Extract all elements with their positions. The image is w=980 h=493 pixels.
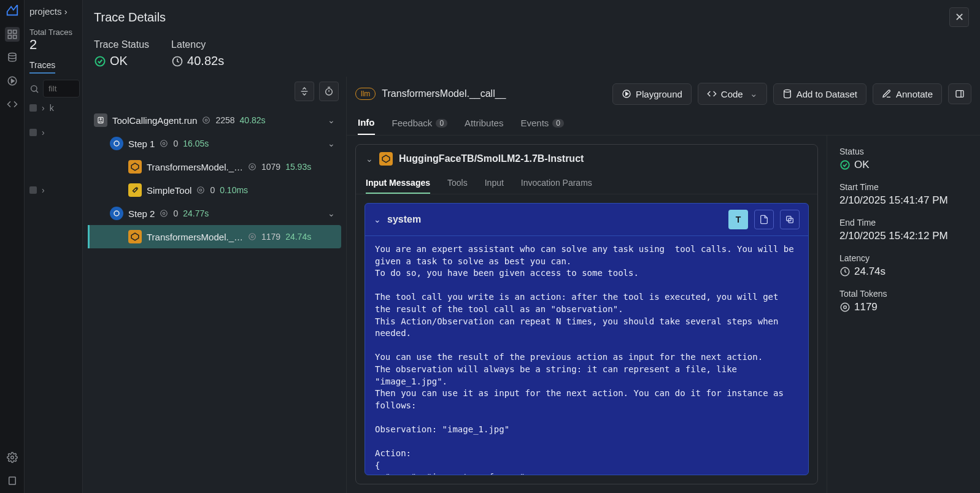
chevron-down-icon[interactable]: ⌄ — [366, 154, 373, 164]
svg-point-21 — [249, 164, 256, 170]
chevron-down-icon[interactable]: ⌄ — [328, 208, 335, 218]
span-kind-icon — [94, 113, 107, 127]
token-icon — [248, 232, 257, 241]
svg-rect-8 — [9, 477, 15, 484]
checkbox[interactable] — [29, 186, 37, 194]
svg-marker-35 — [382, 155, 390, 162]
svg-point-9 — [31, 85, 37, 91]
total-tokens-value: 1179 — [854, 301, 878, 313]
svg-rect-0 — [8, 30, 11, 33]
chevron-down-icon[interactable]: ⌄ — [374, 215, 381, 224]
events-badge: 0 — [552, 119, 564, 128]
panel-toggle-button[interactable] — [948, 83, 971, 104]
tab-info[interactable]: Info — [358, 111, 375, 135]
clock-icon — [839, 266, 851, 277]
message-body[interactable]: You are an expert assistant who can solv… — [365, 236, 808, 475]
start-time-value: 2/10/2025 15:41:47 PM — [839, 194, 968, 207]
traces-tab[interactable]: Traces — [29, 58, 55, 74]
token-icon — [248, 162, 257, 171]
tab-feedback[interactable]: Feedback0 — [392, 111, 448, 135]
span-name: Step 2 — [128, 208, 155, 219]
subtab-tools[interactable]: Tools — [447, 173, 468, 194]
svg-marker-32 — [626, 92, 628, 95]
tab-attributes[interactable]: Attributes — [465, 111, 503, 135]
text-view-toggle[interactable]: T — [728, 210, 748, 229]
total-traces-label: Total Traces — [29, 28, 77, 37]
tree-node[interactable]: TransformersModel._…117924.74s — [88, 225, 341, 248]
span-detail-panel: llm TransformersModel.__call__ Playgroun… — [347, 77, 980, 493]
tree-node[interactable]: Step 2024.77s⌄ — [88, 202, 341, 225]
svg-point-16 — [206, 119, 208, 121]
annotate-button[interactable]: Annotate — [873, 83, 942, 105]
code-icon[interactable] — [5, 97, 20, 112]
gear-icon[interactable] — [5, 450, 20, 465]
span-kind-icon — [128, 183, 142, 197]
checkbox[interactable] — [29, 104, 37, 112]
chevron-down-icon[interactable]: ⌄ — [328, 115, 335, 125]
svg-point-26 — [161, 210, 168, 217]
token-count: 2258 — [215, 115, 234, 125]
tree-node[interactable]: Step 1016.05s⌄ — [88, 132, 341, 155]
subtab-invocation-params[interactable]: Invocation Params — [521, 173, 592, 194]
span-kind-icon — [128, 230, 142, 243]
svg-rect-1 — [13, 30, 16, 33]
duration: 0.10ms — [220, 185, 248, 195]
checkbox[interactable] — [29, 129, 37, 136]
svg-point-4 — [9, 53, 16, 56]
span-kind-icon — [110, 207, 123, 220]
span-kind-pill: llm — [355, 88, 376, 100]
play-icon[interactable] — [5, 74, 20, 88]
token-icon — [160, 139, 168, 148]
playground-button[interactable]: Playground — [612, 83, 692, 105]
span-latency-value: 24.74s — [854, 266, 885, 278]
svg-point-25 — [114, 211, 119, 216]
total-tokens-label: Total Tokens — [839, 289, 968, 299]
tab-events[interactable]: Events0 — [520, 111, 564, 135]
span-latency-label: Latency — [839, 253, 968, 263]
tree-node[interactable]: TransformersModel._…107915.93s — [88, 155, 341, 178]
chevron-right-icon[interactable]: › — [42, 103, 45, 113]
chevron-down-icon[interactable]: ⌄ — [328, 139, 335, 148]
database-icon[interactable] — [5, 50, 20, 65]
tree-node[interactable]: ToolCallingAgent.run225840.82s⌄ — [88, 109, 341, 132]
model-card: ⌄ HuggingFaceTB/SmolLM2-1.7B-Instruct In… — [355, 144, 818, 484]
trace-status-value: OK — [110, 54, 128, 68]
svg-marker-6 — [11, 79, 14, 83]
svg-point-33 — [784, 90, 790, 92]
svg-point-29 — [249, 234, 256, 240]
annotate-label: Annotate — [896, 89, 933, 99]
timer-icon[interactable] — [319, 82, 339, 101]
breadcrumb[interactable]: projects › — [29, 6, 77, 17]
token-icon — [196, 186, 205, 194]
svg-point-27 — [163, 212, 166, 215]
end-time-label: End Time — [839, 218, 968, 227]
tree-node[interactable]: SimpleTool00.10ms — [88, 178, 341, 202]
search-icon — [29, 84, 39, 94]
collapse-icon[interactable] — [295, 82, 314, 101]
span-tree-panel: ToolCallingAgent.run225840.82s⌄Step 1016… — [83, 77, 347, 493]
code-button[interactable]: Code ⌄ — [698, 83, 767, 105]
message-role: system — [387, 214, 421, 225]
copy-button[interactable] — [780, 210, 800, 229]
span-kind-icon — [110, 137, 123, 150]
filter-input[interactable] — [43, 80, 80, 97]
close-button[interactable]: ✕ — [949, 7, 969, 27]
subtab-input-messages[interactable]: Input Messages — [366, 173, 430, 194]
book-icon[interactable] — [5, 473, 20, 488]
add-to-dataset-button[interactable]: Add to Dataset — [773, 83, 866, 105]
svg-point-18 — [161, 140, 168, 147]
duration: 15.93s — [285, 162, 311, 172]
end-time-value: 2/10/2025 15:42:12 PM — [839, 230, 968, 242]
chevron-right-icon[interactable]: › — [42, 128, 45, 137]
file-view-toggle[interactable] — [754, 210, 774, 229]
trace-details-modal: Trace Details ✕ Trace Status OK Latency … — [83, 0, 980, 493]
svg-point-40 — [841, 303, 849, 311]
grid-icon[interactable] — [5, 27, 20, 42]
chevron-right-icon[interactable]: › — [42, 185, 45, 195]
duration: 40.82s — [240, 115, 266, 125]
subtab-input[interactable]: Input — [485, 173, 504, 194]
svg-rect-3 — [13, 36, 16, 39]
svg-point-23 — [198, 187, 204, 194]
span-name: TransformersModel._… — [147, 162, 243, 172]
token-count: 1179 — [261, 232, 280, 242]
